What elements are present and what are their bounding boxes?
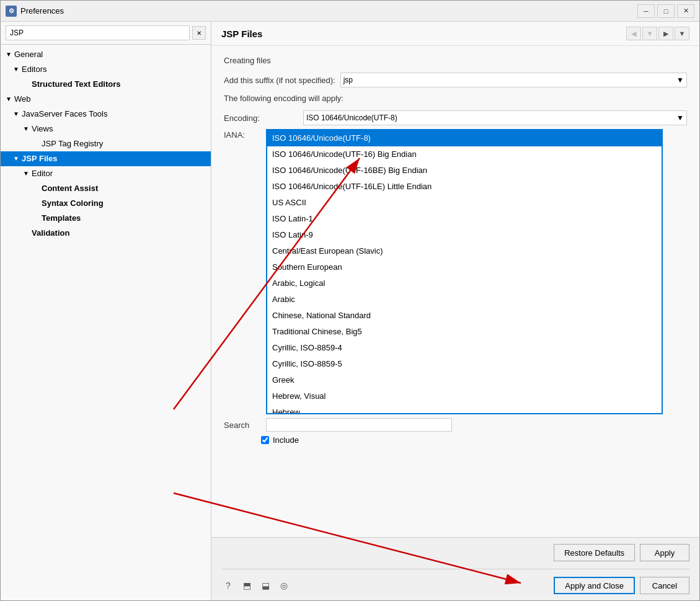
- tree-item-syntax-coloring[interactable]: Syntax Coloring: [1, 196, 211, 211]
- list-item[interactable]: Hebrew, Visual: [267, 388, 662, 404]
- back-dropdown-button[interactable]: ▼: [642, 27, 657, 40]
- tree-item-validation[interactable]: Validation: [1, 226, 211, 241]
- tree-item-label: Web: [14, 93, 31, 105]
- filter-input[interactable]: [6, 25, 190, 40]
- list-item[interactable]: ISO 10646/Unicode(UTF-8): [267, 130, 662, 146]
- tree-item-structured-text-editors[interactable]: Structured Text Editors: [1, 77, 211, 92]
- list-item[interactable]: Hebrew: [267, 404, 662, 414]
- preferences-link-icon[interactable]: ◎: [277, 579, 291, 592]
- include-label: Include: [273, 435, 299, 445]
- tree-item-jsp-tag-registry[interactable]: JSP Tag Registry: [1, 136, 211, 151]
- arrow-icon: ▼: [13, 153, 20, 165]
- tree-item-editors[interactable]: ▼ Editors: [1, 62, 211, 77]
- include-row: Include: [261, 435, 687, 445]
- tree-item-label: General: [14, 48, 43, 61]
- search-label: Search: [224, 421, 261, 430]
- tree-item-content-assist[interactable]: Content Assist: [1, 181, 211, 196]
- suffix-dropdown[interactable]: jsp ▼: [340, 73, 687, 87]
- tree-item-label: Views: [32, 123, 53, 135]
- preferences-window: ⚙ Preferences ─ □ ✕ ✕ ▼ General ▼: [0, 0, 700, 601]
- bottom-area: Restore Defaults Apply ? ⬒ ⬓ ◎ Apply and…: [211, 537, 699, 600]
- arrow-icon: ▼: [23, 167, 30, 180]
- tree-item-label: JavaServer Faces Tools: [22, 108, 108, 120]
- restore-defaults-button[interactable]: Restore Defaults: [554, 544, 635, 561]
- search-bar: ✕: [1, 22, 211, 45]
- forward-button[interactable]: ▶: [658, 27, 673, 40]
- forward-dropdown-button[interactable]: ▼: [675, 27, 689, 40]
- iana-listbox[interactable]: ISO 10646/Unicode(UTF-8)ISO 10646/Unicod…: [266, 129, 663, 414]
- list-item[interactable]: US ASCII: [267, 195, 662, 211]
- list-item[interactable]: Chinese, National Standard: [267, 308, 662, 324]
- dropdown-arrow-icon: ▼: [676, 76, 684, 84]
- creating-files-label: Creating files: [224, 56, 687, 65]
- tree-item-label: Templates: [42, 212, 81, 225]
- encoding-dropdown[interactable]: ISO 10646/Unicode(UTF-8) ▼: [303, 110, 687, 125]
- panel-header: JSP Files ◀ ▼ ▶ ▼: [211, 22, 699, 46]
- arrow-icon: [33, 212, 40, 225]
- arrow-icon: ▼: [23, 123, 30, 135]
- left-panel: ✕ ▼ General ▼ Editors Structured Text Ed…: [1, 22, 211, 600]
- tree-item-editor[interactable]: ▼ Editor: [1, 166, 211, 181]
- title-bar-controls: ─ □ ✕: [637, 4, 694, 18]
- tree-item-views[interactable]: ▼ Views: [1, 122, 211, 136]
- search-row: Search: [224, 418, 687, 432]
- encoding-row: Encoding: ISO 10646/Unicode(UTF-8) ▼: [224, 110, 687, 125]
- apply-and-close-button[interactable]: Apply and Close: [554, 577, 635, 594]
- list-item[interactable]: Southern European: [267, 259, 662, 275]
- list-item[interactable]: Arabic: [267, 292, 662, 308]
- encoding-label: Encoding:: [224, 114, 298, 123]
- tree-item-jsp-files[interactable]: ▼ JSP Files: [1, 151, 211, 166]
- app-icon: ⚙: [6, 6, 17, 17]
- tree-item-label: Structured Text Editors: [32, 78, 121, 91]
- apply-button[interactable]: Apply: [640, 544, 689, 561]
- help-icon[interactable]: ?: [221, 579, 235, 592]
- tree-item-label: JSP Tag Registry: [42, 138, 103, 150]
- tree-item-general[interactable]: ▼ General: [1, 47, 211, 62]
- iana-row: IANA: ISO 10646/Unicode(UTF-8)ISO 10646/…: [224, 129, 687, 414]
- import-icon[interactable]: ⬒: [240, 579, 254, 592]
- suffix-row: Add this suffix (if not specified): jsp …: [224, 73, 687, 87]
- back-button[interactable]: ◀: [626, 27, 641, 40]
- search-input[interactable]: [266, 418, 452, 432]
- arrow-icon: [23, 78, 30, 91]
- bottom-row-2: ? ⬒ ⬓ ◎ Apply and Close Cancel: [221, 577, 689, 594]
- main-area: ✕ ▼ General ▼ Editors Structured Text Ed…: [1, 22, 699, 600]
- arrow-icon: [33, 182, 40, 195]
- encoding-section-label: The following encoding will apply:: [224, 94, 687, 103]
- list-item[interactable]: Traditional Chinese, Big5: [267, 324, 662, 340]
- clear-filter-button[interactable]: ✕: [192, 26, 206, 40]
- tree-item-templates[interactable]: Templates: [1, 211, 211, 226]
- export-icon[interactable]: ⬓: [259, 579, 272, 592]
- list-item[interactable]: Greek: [267, 372, 662, 388]
- list-item[interactable]: ISO Latin-1: [267, 211, 662, 227]
- tree-item-jsf-tools[interactable]: ▼ JavaServer Faces Tools: [1, 107, 211, 122]
- separator: [221, 569, 689, 569]
- suffix-value: jsp: [343, 76, 353, 84]
- tree-item-label: Validation: [32, 227, 69, 239]
- list-item[interactable]: Cyrillic, ISO-8859-5: [267, 356, 662, 372]
- window-title: Preferences: [20, 6, 637, 16]
- cancel-button[interactable]: Cancel: [640, 577, 689, 594]
- tree-item-web[interactable]: ▼ Web: [1, 92, 211, 107]
- bottom-icons: ? ⬒ ⬓ ◎: [221, 579, 549, 592]
- include-checkbox[interactable]: [261, 436, 269, 444]
- minimize-button[interactable]: ─: [637, 4, 655, 18]
- tree-item-label: Content Assist: [42, 182, 98, 195]
- list-item[interactable]: ISO 10646/Unicode(UTF-16) Big Endian: [267, 146, 662, 162]
- arrow-icon: ▼: [6, 93, 13, 105]
- arrow-icon: ▼: [13, 108, 20, 120]
- iana-label: IANA:: [224, 129, 261, 140]
- list-item[interactable]: Arabic, Logical: [267, 275, 662, 292]
- encoding-value: ISO 10646/Unicode(UTF-8): [306, 114, 397, 122]
- list-item[interactable]: Cyrillic, ISO-8859-4: [267, 340, 662, 356]
- arrow-icon: [33, 197, 40, 210]
- list-item[interactable]: ISO 10646/Unicode(UTF-16LE) Little Endia…: [267, 179, 662, 195]
- list-item[interactable]: Central/East European (Slavic): [267, 243, 662, 259]
- arrow-icon: ▼: [13, 63, 20, 76]
- panel-nav: ◀ ▼ ▶ ▼: [626, 27, 689, 40]
- arrow-icon: [23, 227, 30, 239]
- close-button[interactable]: ✕: [677, 4, 694, 18]
- maximize-button[interactable]: □: [657, 4, 675, 18]
- list-item[interactable]: ISO Latin-9: [267, 227, 662, 243]
- list-item[interactable]: ISO 10646/Unicode(UTF-16BE) Big Endian: [267, 162, 662, 179]
